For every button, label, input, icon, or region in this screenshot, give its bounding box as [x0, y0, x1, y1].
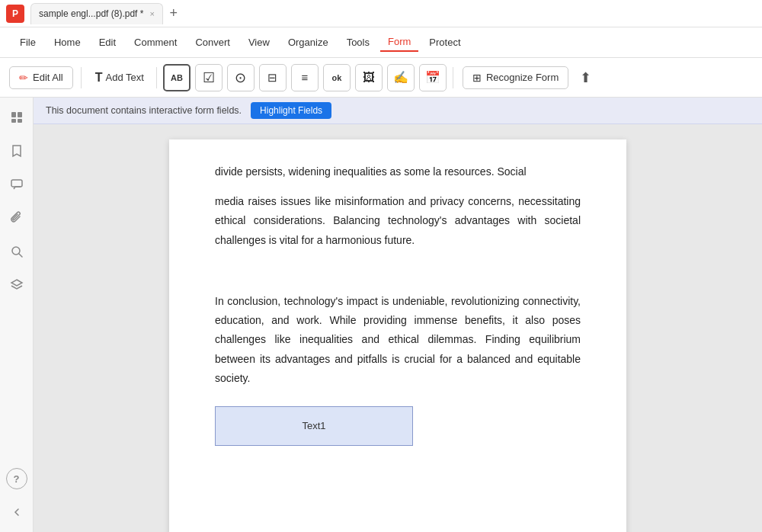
close-tab-icon[interactable]: ×	[149, 9, 154, 18]
dropdown-icon: ⊟	[267, 71, 277, 85]
svg-rect-2	[11, 119, 16, 123]
edit-all-button[interactable]: ✏ Edit All	[9, 66, 73, 89]
menu-item-organize[interactable]: Organize	[280, 34, 336, 51]
paragraph-1: media raises issues like misinformation …	[215, 192, 581, 250]
svg-marker-7	[11, 280, 22, 286]
main-layout: ? This document contains interactive for…	[0, 98, 762, 532]
sidebar-icon-attachments[interactable]	[6, 207, 27, 229]
form-field-label: Text1	[302, 417, 325, 434]
image-field-icon: 🖼	[363, 71, 375, 85]
text-icon: T	[95, 71, 103, 85]
new-tab-button[interactable]: +	[165, 5, 183, 23]
add-text-label: Add Text	[106, 72, 144, 83]
upload-button[interactable]: ⬆	[573, 66, 597, 90]
tab-bar: sample engl...pdf (8).pdf * × +	[30, 3, 756, 24]
paragraph-2: In conclusion, technology's impact is un…	[215, 292, 581, 388]
partial-paragraph: divide persists, widening inequalities a…	[215, 162, 581, 181]
checkbox-icon: ☑	[203, 69, 215, 86]
svg-rect-1	[18, 112, 22, 117]
menu-item-home[interactable]: Home	[46, 34, 88, 51]
sidebar-icon-search[interactable]	[6, 241, 27, 262]
sidebar-icon-layers[interactable]	[6, 274, 27, 296]
notification-message: This document contains interactive form …	[46, 105, 242, 116]
form-field-container: Text1	[215, 406, 581, 446]
partial-line-text: divide persists, widening inequalities a…	[215, 165, 527, 178]
image-field-button[interactable]: 🖼	[355, 64, 383, 91]
date-icon: 📅	[425, 70, 440, 85]
content-area[interactable]: This document contains interactive form …	[34, 98, 762, 532]
ok-icon: ok	[331, 73, 341, 82]
checkbox-button[interactable]: ☑	[195, 64, 223, 91]
title-bar: P sample engl...pdf (8).pdf * × +	[0, 0, 762, 27]
date-button[interactable]: 📅	[419, 64, 447, 91]
toolbar-separator-1	[156, 67, 157, 88]
left-sidebar: ?	[0, 98, 34, 532]
svg-rect-3	[18, 119, 22, 123]
menu-item-convert[interactable]: Convert	[187, 34, 238, 51]
toolbar-divider-1	[81, 67, 82, 88]
sidebar-collapse-icon[interactable]	[6, 502, 27, 523]
toolbar-separator-2	[453, 67, 453, 88]
edit-all-label: Edit All	[33, 72, 63, 83]
pencil-icon: ✏	[19, 72, 28, 84]
listbox-button[interactable]: ≡	[291, 64, 319, 91]
svg-rect-4	[11, 180, 22, 187]
text-field-button[interactable]: AB	[163, 64, 190, 91]
sidebar-icon-help[interactable]: ?	[6, 468, 27, 489]
menu-item-file[interactable]: File	[12, 34, 43, 51]
pdf-content: divide persists, widening inequalities a…	[215, 162, 581, 446]
menu-bar: File Home Edit Comment Convert View Orga…	[0, 27, 762, 58]
notification-bar: This document contains interactive form …	[34, 98, 762, 124]
svg-rect-0	[11, 112, 16, 117]
add-text-button[interactable]: T Add Text	[89, 68, 150, 88]
recognize-form-button[interactable]: ⊞ Recognize Form	[463, 66, 568, 89]
dropdown-button[interactable]: ⊟	[259, 64, 287, 91]
text-form-field[interactable]: Text1	[215, 406, 413, 446]
menu-item-view[interactable]: View	[241, 34, 277, 51]
signature-icon: ✍	[393, 70, 408, 85]
toolbar: ✏ Edit All T Add Text AB ☑ ⊙ ⊟ ≡ ok 🖼 ✍ …	[0, 58, 762, 98]
recognize-form-icon: ⊞	[472, 72, 482, 84]
ok-button[interactable]: ok	[323, 64, 351, 91]
app-icon: P	[6, 5, 24, 23]
document-tab[interactable]: sample engl...pdf (8).pdf * ×	[30, 3, 163, 24]
signature-button[interactable]: ✍	[387, 64, 415, 91]
paragraph-spacer	[215, 262, 581, 281]
radio-icon: ⊙	[235, 69, 246, 86]
sidebar-icon-comments[interactable]	[6, 174, 27, 195]
text-field-icon: AB	[171, 73, 183, 82]
sidebar-icon-bookmarks[interactable]	[6, 140, 27, 162]
sidebar-icon-pages[interactable]	[6, 107, 27, 128]
listbox-icon: ≡	[302, 71, 309, 84]
menu-item-form[interactable]: Form	[380, 33, 418, 52]
menu-item-comment[interactable]: Comment	[126, 34, 184, 51]
pdf-page: divide persists, widening inequalities a…	[169, 139, 626, 532]
menu-item-protect[interactable]: Protect	[421, 34, 468, 51]
tab-label: sample engl...pdf (8).pdf *	[39, 8, 143, 19]
svg-line-6	[19, 254, 22, 257]
menu-item-edit[interactable]: Edit	[91, 34, 123, 51]
radio-button[interactable]: ⊙	[227, 64, 255, 91]
highlight-fields-button[interactable]: Highlight Fields	[251, 102, 331, 119]
upload-icon: ⬆	[580, 69, 591, 86]
menu-item-tools[interactable]: Tools	[339, 34, 377, 51]
recognize-form-label: Recognize Form	[486, 72, 559, 83]
